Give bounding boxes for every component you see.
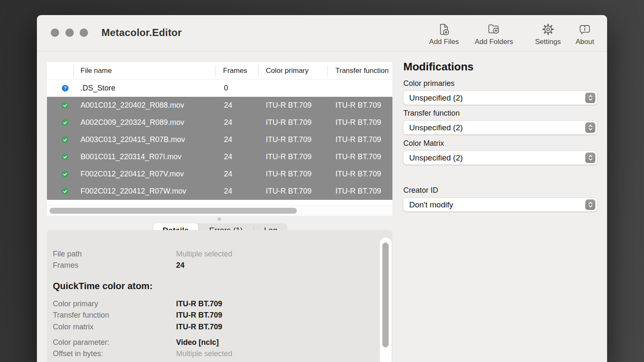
color-primary-cell: ITU-R BT.709: [266, 131, 312, 148]
about-button[interactable]: About: [576, 22, 594, 46]
detail-value: Multiple selected: [176, 349, 232, 358]
table-row[interactable]: A002C009_220324_R089.mov 24 ITU-R BT.709…: [47, 114, 392, 131]
frames-cell: 24: [224, 114, 232, 131]
detail-label: Frames: [53, 261, 78, 270]
popup-value: Don't modify: [409, 198, 453, 212]
detail-label: Color matrix: [53, 323, 93, 331]
window-title: Metacolor.Editor: [101, 27, 182, 39]
file-name-cell: .DS_Store: [80, 80, 115, 97]
details-panel: File path Multiple selected Frames 24 Qu…: [47, 230, 392, 362]
column-separator: [327, 65, 328, 76]
detail-label: File path: [53, 250, 82, 259]
add-folders-label: Add Folders: [475, 38, 513, 46]
check-status-icon: [61, 187, 70, 196]
detail-row: Color primary ITU-R BT.709: [53, 300, 376, 310]
detail-label: Offset in bytes:: [53, 349, 103, 358]
detail-label: Color parameter:: [53, 338, 109, 347]
column-header-frames[interactable]: Frames: [223, 62, 247, 80]
settings-button[interactable]: Settings: [535, 22, 561, 46]
table-row[interactable]: F002C012_220412_R07V.mov 24 ITU-R BT.709…: [47, 165, 392, 183]
frames-cell: 24: [224, 97, 232, 114]
settings-label: Settings: [535, 38, 561, 46]
detail-row: Color parameter: Video [nclc]: [53, 338, 376, 348]
check-status-icon: [61, 101, 70, 110]
check-status-icon: [61, 135, 70, 144]
transfer-function-popup[interactable]: Unspecified (2): [403, 121, 597, 134]
color-primaries-field: Color primaries Unspecified (2): [403, 79, 597, 105]
table-row[interactable]: B001C011_220314_R07I.mov 24 ITU-R BT.709…: [47, 148, 392, 165]
horizontal-scrollbar-thumb[interactable]: [49, 208, 297, 214]
column-header-color-primary[interactable]: Color primary: [266, 62, 309, 80]
detail-label: Color primary: [53, 300, 98, 308]
detail-value: Video [nclc]: [176, 338, 219, 347]
add-files-label: Add Files: [429, 38, 459, 46]
creator-id-field: Creator ID Don't modify: [403, 186, 597, 212]
detail-value: Multiple selected: [176, 250, 232, 259]
table-row[interactable]: ? .DS_Store 0: [47, 80, 392, 97]
popup-value: Unspecified (2): [409, 151, 463, 165]
transfer-function-cell: ITU-R BT.709: [335, 131, 381, 148]
color-primary-cell: ITU-R BT.709: [266, 183, 312, 200]
add-folders-button[interactable]: Add Folders: [475, 22, 513, 46]
detail-value: ITU-R BT.709: [176, 311, 222, 320]
detail-row: File path Multiple selected: [53, 250, 376, 260]
creator-id-label: Creator ID: [403, 186, 597, 195]
close-window-button[interactable]: [51, 28, 59, 37]
detail-row: Color matrix ITU-R BT.709: [53, 323, 376, 333]
quicktime-color-atom-heading: QuickTime color atom:: [53, 281, 153, 292]
table-header: File name Frames Color primary Transfer …: [47, 62, 392, 80]
file-name-cell: A003C013_220415_R07B.mov: [80, 131, 185, 148]
detail-row: Transfer function ITU-R BT.709: [53, 311, 376, 321]
vertical-scrollbar-thumb[interactable]: [382, 243, 389, 347]
file-name-cell: F002C012_220412_R07W.mov: [80, 183, 186, 200]
add-files-icon: [436, 22, 452, 37]
svg-text:?: ?: [64, 85, 66, 90]
transfer-function-cell: ITU-R BT.709: [335, 148, 381, 165]
chevron-up-down-icon: [585, 199, 595, 210]
horizontal-scrollbar-track: [47, 205, 392, 216]
transfer-function-field: Transfer function Unspecified (2): [403, 109, 597, 134]
color-primaries-popup[interactable]: Unspecified (2): [403, 91, 597, 105]
color-primary-cell: ITU-R BT.709: [266, 165, 312, 183]
check-status-icon: [61, 153, 70, 161]
info-bubble-icon: [577, 22, 592, 37]
column-separator: [258, 65, 259, 76]
popup-value: Unspecified (2): [409, 91, 463, 105]
app-window: Metacolor.Editor Add Files: [37, 15, 607, 362]
add-files-button[interactable]: Add Files: [429, 22, 459, 46]
frames-cell: 24: [224, 148, 232, 165]
table-row[interactable]: F002C012_220412_R07W.mov 24 ITU-R BT.709…: [47, 183, 392, 200]
transfer-function-label: Transfer function: [403, 109, 597, 118]
detail-value: ITU-R BT.709: [176, 300, 222, 308]
column-separator: [73, 65, 74, 76]
detail-row: Frames 24: [53, 261, 376, 271]
transfer-function-cell: ITU-R BT.709: [335, 97, 381, 114]
frames-cell: 24: [224, 183, 232, 200]
detail-value: 24: [176, 261, 184, 270]
about-label: About: [576, 38, 594, 46]
color-primary-cell: ITU-R BT.709: [266, 114, 312, 131]
add-folders-icon: [486, 22, 501, 37]
table-row[interactable]: A001C012_220402_R088.mov 24 ITU-R BT.709…: [47, 97, 392, 114]
chevron-up-down-icon: [585, 93, 595, 103]
minimize-window-button[interactable]: [65, 28, 74, 37]
popup-value: Unspecified (2): [409, 121, 463, 134]
transfer-function-cell: ITU-R BT.709: [335, 165, 381, 183]
column-header-transfer-function[interactable]: Transfer function: [335, 62, 389, 80]
table-row[interactable]: A003C013_220415_R07B.mov 24 ITU-R BT.709…: [47, 131, 392, 148]
question-status-icon: ?: [61, 84, 70, 93]
desktop: Metacolor.Editor Add Files: [0, 0, 644, 362]
zoom-window-button[interactable]: [80, 28, 88, 37]
transfer-function-cell: ITU-R BT.709: [335, 114, 381, 131]
file-table: File name Frames Color primary Transfer …: [47, 62, 392, 216]
color-matrix-popup[interactable]: Unspecified (2): [403, 151, 597, 165]
creator-id-popup[interactable]: Don't modify: [403, 198, 597, 212]
modifications-title: Modifications: [403, 60, 474, 73]
check-status-icon: [61, 170, 70, 178]
color-primary-cell: ITU-R BT.709: [266, 97, 312, 114]
chevron-up-down-icon: [585, 153, 595, 163]
column-separator: [215, 65, 216, 76]
frames-cell: 24: [224, 131, 232, 148]
splitter-handle[interactable]: [218, 217, 221, 221]
column-header-file-name[interactable]: File name: [80, 62, 112, 80]
